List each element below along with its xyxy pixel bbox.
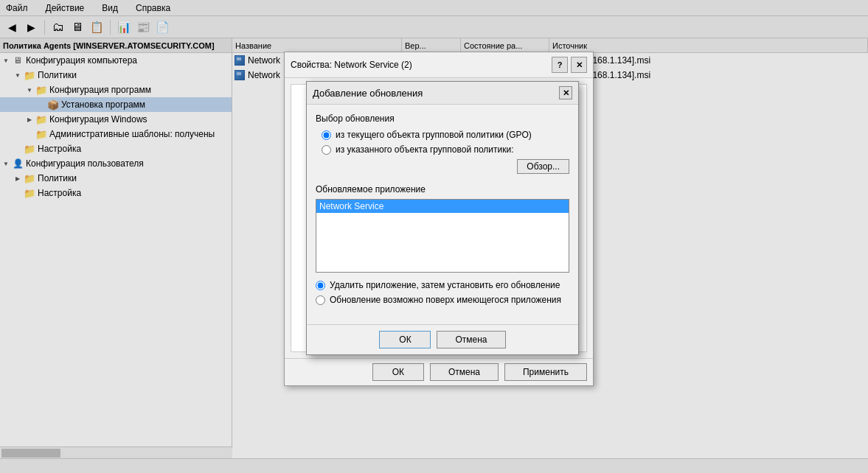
properties-close-btn[interactable]: ✕ <box>571 57 587 73</box>
app-listbox-item-network-service[interactable]: Network Service <box>316 200 569 213</box>
radio-row-1: из текущего объекта групповой политики (… <box>322 130 569 140</box>
update-choice-group: из текущего объекта групповой политики (… <box>322 130 569 155</box>
radio-row-3: Удалить приложение, затем установить его… <box>316 280 569 290</box>
app-listbox[interactable]: Network Service <box>316 199 569 273</box>
properties-cancel-btn[interactable]: Отмена <box>430 363 499 381</box>
add-update-body: Выбор обновления из текущего объекта гру… <box>307 105 578 324</box>
add-update-ok-btn[interactable]: ОК <box>379 331 431 348</box>
properties-apply-btn[interactable]: Применить <box>504 363 587 381</box>
radio-row-4: Обновление возможно поверх имеющегося пр… <box>316 295 569 305</box>
radio2-label: из указанного объекта групповой политики… <box>336 144 514 155</box>
radio3-label: Удалить приложение, затем установить его… <box>330 280 560 290</box>
properties-ok-btn[interactable]: ОК <box>372 363 424 381</box>
radio-from-specified-gpo[interactable] <box>322 145 331 155</box>
radio1-label: из текущего объекта групповой политики (… <box>336 130 532 140</box>
properties-title: Свойства: Network Service (2) <box>291 60 412 70</box>
radio-remove-then-install[interactable] <box>316 281 325 290</box>
add-update-dialog: Добавление обновления ✕ Выбор обновления… <box>306 81 579 355</box>
add-update-close-btn[interactable]: ✕ <box>559 86 572 99</box>
browse-btn[interactable]: Обзор... <box>517 159 569 174</box>
update-choice-label: Выбор обновления <box>316 113 569 124</box>
add-update-title-bar: Добавление обновления ✕ <box>307 82 578 105</box>
radio-update-over-existing[interactable] <box>316 295 325 305</box>
browse-row: Обзор... <box>316 159 569 174</box>
update-options-group: Удалить приложение, затем установить его… <box>316 280 569 305</box>
radio-from-current-gpo[interactable] <box>322 130 331 140</box>
add-update-footer: ОК Отмена <box>307 324 578 354</box>
add-update-cancel-btn[interactable]: Отмена <box>437 331 505 348</box>
radio4-label: Обновление возможно поверх имеющегося пр… <box>330 295 561 305</box>
radio-row-2: из указанного объекта групповой политики… <box>322 144 569 155</box>
properties-help-btn[interactable]: ? <box>552 57 568 73</box>
properties-controls: ? ✕ <box>552 57 587 73</box>
properties-title-bar: Свойства: Network Service (2) ? ✕ <box>285 52 593 78</box>
updatable-app-label: Обновляемое приложение <box>316 184 569 195</box>
properties-footer: ОК Отмена Применить <box>285 358 593 385</box>
add-update-title-text: Добавление обновления <box>313 88 423 99</box>
